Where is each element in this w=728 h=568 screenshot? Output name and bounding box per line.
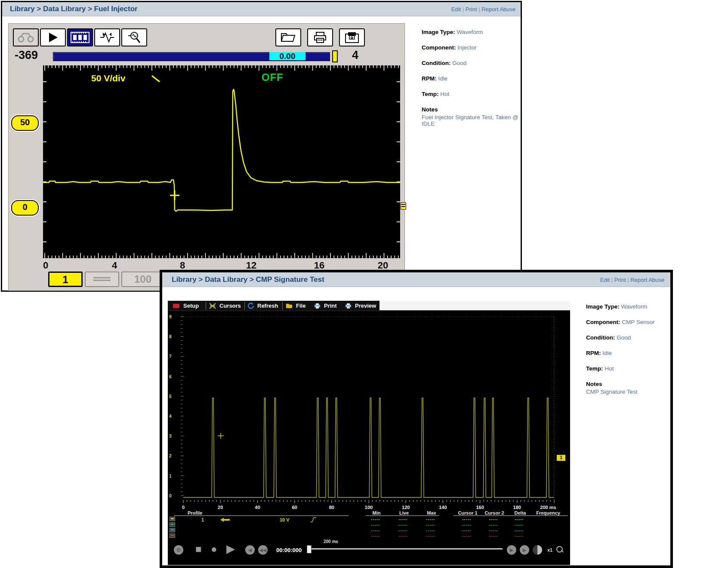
step-forward-button[interactable]: ▶ [507, 545, 516, 555]
play-button[interactable]: ▶ [226, 544, 235, 553]
y-axis-label: 0 [169, 494, 172, 498]
x-axis-label: 0 [182, 505, 185, 510]
pause-button[interactable]: ● [211, 544, 217, 554]
print-link[interactable]: Print [614, 277, 626, 283]
menu-print[interactable]: Print [314, 301, 337, 311]
search-binoculars-button[interactable] [13, 28, 39, 46]
zoom-button[interactable] [121, 28, 147, 46]
filmstrip-button[interactable] [67, 28, 93, 46]
menu-preview[interactable]: Preview [345, 301, 376, 311]
menubar-filler [379, 301, 570, 310]
channel-select-icon[interactable] [170, 528, 175, 532]
channel-scale: 10 V [280, 517, 290, 522]
y-marker-0[interactable]: 0 [11, 200, 39, 216]
playback-slider-track[interactable] [312, 548, 503, 549]
page: Library > Data Library > Fuel Injector E… [0, 0, 728, 568]
position-left-value: -369 [15, 49, 38, 62]
jump-forward-button[interactable]: ▶ [520, 545, 529, 555]
metadata-panel: Image Type: Waveform Component: Injector… [422, 29, 529, 127]
measurement-value: ----- [371, 522, 380, 527]
magnifier-waveform-icon [126, 31, 142, 44]
scope1-plot: 50 V/div OFF [43, 65, 400, 258]
menu-setup[interactable]: Setup [173, 301, 199, 311]
link-separator: | [463, 6, 464, 12]
menu-separator [206, 302, 206, 310]
trigger-status-label: OFF [262, 71, 284, 83]
header-bar: Library > Data Library > CMP Signature T… [162, 272, 670, 287]
print-button[interactable] [307, 28, 333, 46]
record-icon [176, 548, 181, 552]
record-button[interactable] [174, 545, 183, 555]
binoculars-icon [17, 32, 34, 43]
channel-select-icon[interactable] [170, 534, 175, 538]
play-button[interactable] [40, 28, 66, 46]
meta-label: Temp: [586, 365, 603, 372]
meta-label: Component: [586, 319, 620, 325]
channel-select-icon[interactable] [170, 522, 175, 527]
meta-label: Image Type: [586, 303, 620, 310]
measurement-value: ----- [398, 517, 408, 522]
channel-select-icon[interactable] [170, 517, 175, 521]
measurement-value: ----- [489, 528, 498, 533]
measurement-value: ----- [489, 522, 498, 527]
trigger-position-marker[interactable] [332, 50, 338, 62]
open-file-button[interactable] [275, 28, 301, 46]
cursor-cross-icon [218, 433, 224, 439]
measurement-value: ----- [462, 517, 472, 522]
col-header-live: Live [399, 510, 409, 516]
save-button[interactable] [339, 28, 365, 46]
position-scrollbar[interactable]: 0.00 [53, 52, 330, 61]
menu-separator [244, 302, 245, 310]
stop-button[interactable]: ■ [195, 544, 202, 554]
window-fuel-injector: Library > Data Library > Fuel Injector E… [1, 1, 522, 292]
measurement-value: ----- [371, 534, 380, 538]
x-axis-label: 100 [365, 505, 373, 510]
scope2-menubar: Setup Cursors Refresh File Print Preview [168, 301, 570, 311]
menu-refresh[interactable]: Refresh [248, 301, 278, 311]
edit-link[interactable]: Edit [451, 6, 461, 12]
channel-1-button[interactable]: 1 [48, 272, 83, 287]
preview-icon [345, 303, 352, 309]
notes-label: Notes [586, 381, 602, 387]
edit-link[interactable]: Edit [600, 277, 610, 283]
meta-label: Condition: [422, 60, 450, 66]
notes-text: Fuel Injector Signature Test, Taken @ ID… [422, 114, 529, 127]
meta-value: Idle [602, 350, 612, 356]
measurement-value: ----- [426, 517, 435, 522]
col-header-max: Max [427, 510, 436, 516]
y-marker-50[interactable]: 50 [11, 115, 39, 131]
x-tick-label: 4 [112, 260, 117, 271]
x-axis-label: 20 [218, 505, 223, 510]
menu-cursors[interactable]: Cursors [209, 301, 241, 311]
dashes-icon [93, 277, 111, 281]
cursors-button[interactable] [94, 28, 120, 46]
menu-file[interactable]: File [286, 301, 305, 311]
measurement-value: ----- [515, 528, 524, 533]
cursor-time-readout: 0.00 [269, 52, 305, 60]
measurement-value: ----- [426, 522, 435, 527]
panel-divider [453, 516, 568, 516]
magnifier-icon[interactable] [556, 546, 563, 553]
meta-value: Injector [457, 44, 476, 51]
measurement-value: ----- [398, 534, 408, 538]
playback-slider-thumb[interactable] [307, 545, 312, 553]
scope-screenshot-fuel-injector: -369 0.00 4 50 0 50 V/div OFF 0 4 [8, 23, 405, 291]
report-abuse-link[interactable]: Report Abuse [481, 6, 515, 12]
range-100-button[interactable]: 100 [121, 272, 164, 287]
panel-divider [174, 516, 349, 516]
notes-label: Notes [422, 106, 438, 113]
ground-level-marker-icon[interactable] [401, 202, 406, 210]
volts-per-div-label: 50 V/div [91, 73, 125, 83]
report-abuse-link[interactable]: Report Abuse [630, 277, 664, 283]
print-link[interactable]: Print [466, 6, 477, 12]
meta-label: Temp: [422, 91, 439, 97]
breadcrumb[interactable]: Library > Data Library > CMP Signature T… [172, 275, 324, 284]
breadcrumb[interactable]: Library > Data Library > Fuel Injector [10, 5, 138, 13]
printer-icon [313, 31, 327, 43]
coupling-button[interactable] [85, 272, 119, 287]
loop-button[interactable] [533, 545, 542, 555]
jump-back-button[interactable]: ◀◀ [258, 545, 268, 555]
step-back-button[interactable]: ◀ [245, 545, 255, 555]
forward-icon: ▶ [523, 547, 526, 553]
setup-icon [173, 304, 179, 308]
